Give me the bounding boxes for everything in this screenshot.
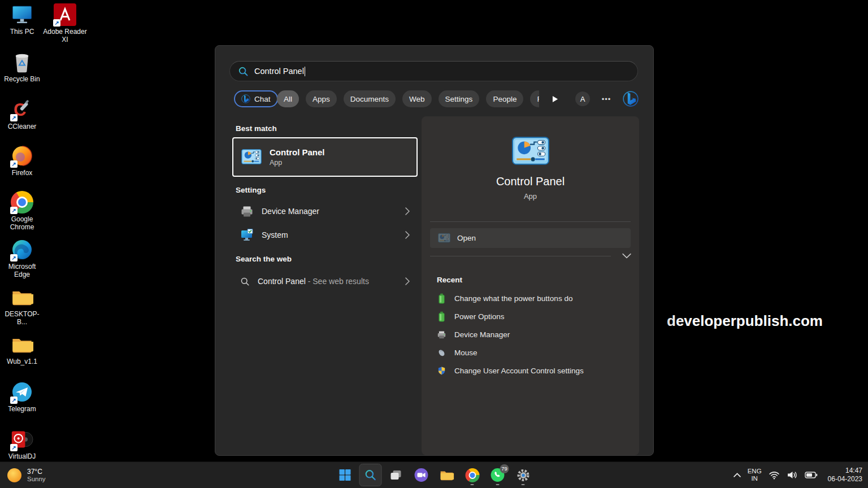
shortcut-arrow-icon: ↗	[10, 207, 18, 214]
filter-tab-settings[interactable]: Settings	[439, 90, 480, 107]
desktop-icon-label: Microsoft Edge	[0, 263, 44, 278]
search-icon	[238, 66, 249, 77]
chevron-right-icon	[405, 207, 410, 215]
desktop-icon-label: Firefox	[0, 169, 44, 177]
result-detail-pane: Control Panel App Open Recent Change wha…	[422, 116, 639, 455]
recent-item-label: Power Options	[454, 312, 505, 321]
chevron-up-icon[interactable]	[734, 473, 741, 478]
filter-tab-apps[interactable]: Apps	[306, 90, 337, 107]
filter-chat-chip[interactable]: Chat	[234, 90, 278, 107]
weather-condition: Sunny	[27, 476, 46, 483]
play-arrow-icon	[552, 95, 558, 103]
shortcut-arrow-icon: ↗	[10, 254, 18, 262]
best-match-result[interactable]: Control Panel App	[232, 137, 418, 177]
more-options-button[interactable]: •••	[598, 91, 614, 106]
search-query-text: Control Panel	[254, 67, 304, 76]
filter-tabs: All Apps Documents Web Settings People F…	[277, 90, 539, 107]
system-icon	[240, 228, 254, 242]
search-icon	[240, 277, 250, 286]
taskbar-file-explorer-button[interactable]	[436, 464, 458, 486]
control-panel-icon	[512, 137, 549, 166]
open-button-label: Open	[457, 234, 476, 242]
settings-gear-icon	[516, 468, 530, 482]
desktop-icon-wub-folder[interactable]: Wub_v1.1	[0, 333, 44, 365]
language-code: ENG	[748, 468, 762, 475]
search-the-web-heading: Search the web	[236, 255, 292, 263]
battery-icon	[437, 293, 446, 304]
chrome-icon: ↗	[11, 191, 33, 213]
search-panel: Control Panel Chat All Apps Documents We…	[215, 45, 654, 456]
filter-tab-all[interactable]: All	[277, 90, 299, 107]
weather-widget[interactable]: 37°C Sunny	[7, 462, 46, 488]
recent-item-mouse[interactable]: Mouse	[430, 343, 631, 361]
clock[interactable]: 14:47 06-04-2023	[828, 467, 862, 483]
task-view-button[interactable]	[385, 464, 407, 486]
detail-title: Control Panel	[422, 175, 639, 188]
desktop-icon-telegram[interactable]: ↗ Telegram	[0, 381, 44, 413]
result-label: Device Manager	[262, 207, 397, 216]
recent-item-uac-settings[interactable]: Change User Account Control settings	[430, 361, 631, 380]
recent-item-label: Change User Account Control settings	[454, 367, 584, 375]
settings-result-system[interactable]: System	[232, 225, 418, 245]
battery-icon[interactable]	[805, 472, 818, 478]
bing-chat-button[interactable]	[623, 91, 639, 107]
filter-tab-web[interactable]: Web	[402, 90, 432, 107]
desktop-icon-adobe-reader[interactable]: ↗ Adobe Reader XI	[43, 3, 87, 43]
settings-heading: Settings	[236, 186, 266, 194]
folder-icon	[11, 333, 33, 356]
volume-icon[interactable]	[787, 470, 798, 480]
desktop-icon-microsoft-edge[interactable]: ↗ Microsoft Edge	[0, 238, 44, 278]
taskbar-video-chat-button[interactable]	[410, 464, 433, 486]
device-manager-icon	[437, 329, 446, 340]
desktop-icon-label: Recycle Bin	[0, 75, 44, 83]
adobe-reader-icon: ↗	[54, 3, 76, 26]
filter-tab-folders[interactable]: Folders	[530, 90, 539, 107]
start-icon	[338, 468, 352, 482]
start-button[interactable]	[334, 464, 357, 486]
desktop-icon-label: Adobe Reader XI	[43, 28, 87, 43]
recent-item-label: Mouse	[454, 348, 478, 357]
taskbar-settings-button[interactable]	[512, 464, 535, 486]
desktop-icon-label: CCleaner	[0, 123, 44, 130]
chevron-down-icon[interactable]	[622, 252, 631, 260]
account-avatar[interactable]: A	[575, 91, 590, 106]
desktop-icon-firefox[interactable]: ↗ Firefox	[0, 145, 44, 177]
divider	[430, 256, 611, 256]
desktop-icon-this-pc[interactable]: This PC	[0, 3, 44, 36]
taskbar-search-button[interactable]	[359, 464, 382, 486]
watermark-text: developerpublish.com	[667, 312, 823, 330]
filter-tab-people[interactable]: People	[486, 90, 523, 107]
control-panel-icon	[438, 233, 450, 243]
desktop-icon-label: This PC	[0, 28, 44, 36]
filter-chat-label: Chat	[254, 95, 271, 103]
desktop-icon-recycle-bin[interactable]: Recycle Bin	[0, 51, 44, 83]
search-icon	[364, 469, 377, 481]
taskbar-whatsapp-button[interactable]: 79	[487, 464, 509, 486]
recycle-bin-icon	[11, 51, 33, 73]
recent-item-power-options[interactable]: Power Options	[430, 307, 631, 325]
recent-item-label: Device Manager	[454, 330, 510, 339]
uac-shield-icon	[437, 365, 446, 376]
desktop-icon-google-chrome[interactable]: ↗ Google Chrome	[0, 191, 44, 231]
desktop-icon-ccleaner[interactable]: ↗ CCleaner	[0, 98, 44, 130]
recent-item-device-manager[interactable]: Device Manager	[430, 325, 631, 343]
shortcut-arrow-icon: ↗	[10, 160, 18, 168]
desktop-icon-virtualdj[interactable]: ↗ VirtualDJ	[0, 428, 44, 460]
open-button[interactable]: Open	[430, 228, 631, 248]
recent-item-power-buttons[interactable]: Change what the power buttons do	[430, 289, 631, 307]
filter-scroll-right-button[interactable]	[548, 92, 562, 106]
desktop-icon-desktop-b-folder[interactable]: DESKTOP-B...	[0, 286, 44, 326]
shortcut-arrow-icon: ↗	[53, 19, 60, 27]
file-explorer-icon	[440, 468, 454, 482]
wifi-icon[interactable]	[769, 470, 780, 480]
filter-tab-documents[interactable]: Documents	[344, 90, 396, 107]
taskbar-chrome-button[interactable]	[461, 464, 484, 486]
web-result-control-panel[interactable]: Control Panel - See web results	[232, 272, 418, 291]
firefox-icon: ↗	[11, 145, 33, 167]
language-indicator[interactable]: ENG IN	[748, 468, 762, 482]
result-subtitle: App	[270, 159, 325, 167]
settings-result-device-manager[interactable]: Device Manager	[232, 202, 418, 221]
ccleaner-icon: ↗	[11, 98, 33, 121]
search-input[interactable]: Control Panel	[229, 61, 638, 81]
edge-icon: ↗	[11, 238, 33, 261]
